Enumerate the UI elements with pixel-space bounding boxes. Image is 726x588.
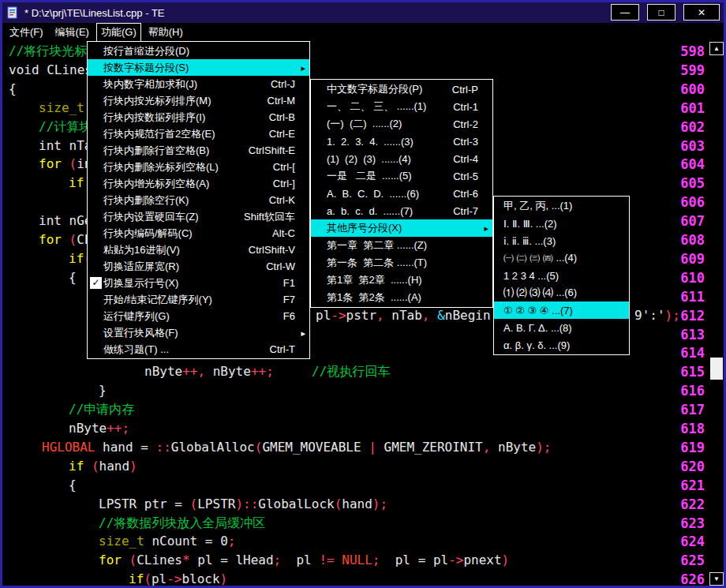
line-number: 626	[642, 570, 705, 586]
menu-item-label: 按行首缩进分段(D)	[103, 44, 189, 58]
scroll-up-icon[interactable]: ▲	[709, 42, 724, 55]
code-token: (	[69, 232, 77, 247]
number-title-submenu-item-9[interactable]: 第一章 第二章 ......(Z)	[311, 237, 492, 254]
scrollbar-thumb[interactable]	[710, 358, 723, 380]
scroll-down-icon[interactable]: ▼	[709, 572, 724, 586]
code-token: (	[190, 496, 198, 511]
code-token: {	[9, 81, 17, 96]
code-token: ->	[167, 571, 182, 586]
number-title-submenu-item-7[interactable]: a. b. c. d. ......(7)Ctrl-7	[311, 202, 492, 219]
menu-item-label: 切换显示行号(X)	[103, 276, 178, 290]
menu-item-shortcut: F1	[283, 277, 295, 289]
code-line-612: pl->pstr, nTab, &nBegin, &	[316, 306, 513, 325]
code-token: (	[69, 156, 77, 171]
function-menu-item-17[interactable]: 设置行块风格(F)▸	[88, 324, 309, 341]
function-menu-item-12[interactable]: 粘贴为16进制(V)CtrlShift-V	[88, 242, 309, 258]
code-token: //将行块光标	[9, 43, 87, 58]
menu-item-label: 第一条 第二条 ......(T)	[327, 256, 427, 270]
other-serial-submenu-item-7[interactable]: Α. Β. Γ. Δ. ...(8)	[494, 319, 629, 336]
other-serial-submenu-item-1[interactable]: Ⅰ. Ⅱ. Ⅲ. ...(2)	[494, 215, 629, 232]
function-menu-item-0[interactable]: 按行首缩进分段(D)	[88, 43, 309, 59]
function-menu-item-13[interactable]: 切换适应屏宽(R)Ctrl-W	[88, 258, 309, 275]
close-button[interactable]: ✕	[683, 4, 720, 21]
function-menu-item-6[interactable]: 行块内删除行首空格(B)CtrlShift-E	[88, 142, 309, 159]
code-token: ->	[448, 552, 463, 567]
number-title-submenu-item-12[interactable]: 第1条 第2条 ......(A)	[311, 289, 492, 306]
code-token: ,	[422, 308, 437, 323]
scrollbar[interactable]: ▲ ▼	[709, 42, 724, 586]
number-title-submenu-item-11[interactable]: 第1章 第2章 ......(H)	[311, 272, 492, 289]
other-serial-submenu-item-2[interactable]: ⅰ. ⅱ. ⅲ. ...(3)	[494, 232, 629, 249]
code-token: )	[220, 571, 228, 586]
menu-item-label: 按数字标题分段(S)	[103, 61, 189, 75]
code-line-620: if (hand)	[69, 457, 137, 476]
menu-item-shortcut: F7	[283, 294, 295, 305]
function-menu-item-3[interactable]: 行块内按光标列排序(M)Ctrl-M	[88, 92, 309, 109]
minimize-button[interactable]: —	[611, 4, 639, 21]
function-menu-item-5[interactable]: 行块内规范行首2空格(E)Ctrl-E	[88, 125, 309, 142]
code-line-616: }	[99, 381, 107, 400]
other-serial-submenu-item-3[interactable]: ㈠ ㈡ ㈢ ㈣ ...(4)	[494, 249, 629, 267]
menubar-item-edit[interactable]: 编辑(E)	[51, 23, 94, 42]
number-title-submenu-item-4[interactable]: (1) (2) (3) ......(4)Ctrl-4	[311, 150, 492, 167]
function-menu-item-15[interactable]: 开始/结束记忆键序列(Y)F7	[88, 291, 309, 308]
number-title-submenu-item-8[interactable]: 其他序号分段(X)▸	[311, 219, 492, 237]
menubar-item-file[interactable]: 文件(F)	[5, 23, 48, 42]
code-token: nTab	[391, 308, 422, 323]
menu-item-label: 行块内增光标列空格(A)	[103, 177, 209, 191]
line-number: 604	[642, 155, 705, 174]
function-menu-item-8[interactable]: 行块内增光标列空格(A)Ctrl-]	[88, 175, 309, 192]
other-serial-submenu-item-8[interactable]: α. β. γ. δ. ...(9)	[494, 336, 629, 354]
code-line-602: //计算块	[39, 118, 92, 137]
line-number: 614	[642, 343, 705, 362]
code-token: pl	[296, 552, 319, 567]
code-token: ->	[331, 308, 346, 323]
code-line-624: size_t nCount = 0;	[99, 532, 235, 551]
number-title-submenu-item-6[interactable]: A. B. C. D. ......(6)Ctrl-6	[311, 185, 492, 202]
code-token: nBegin	[445, 308, 491, 323]
number-title-submenu-item-2[interactable]: (一) (二) ......(2)Ctrl-2	[311, 115, 492, 133]
code-token: (	[129, 552, 137, 567]
menubar-item-help[interactable]: 帮助(H)	[144, 23, 188, 42]
code-line-610: {	[69, 268, 77, 287]
function-menu-item-1[interactable]: 按数字标题分段(S)▸	[88, 59, 309, 76]
function-menu-item-4[interactable]: 行块内按数据列排序(I)Ctrl-B	[88, 109, 309, 125]
other-serial-submenu-item-6[interactable]: ① ② ③ ④ ...(7)	[494, 301, 629, 319]
function-menu-item-7[interactable]: 行块内删除光标列空格(L)Ctrl-[	[88, 159, 309, 175]
function-menu-item-10[interactable]: 行块内设置硬回车(Z)Shift软回车	[88, 208, 309, 225]
code-token: );	[372, 496, 387, 511]
menu-item-label: 行块内设置硬回车(Z)	[103, 210, 199, 224]
menu-item-shortcut: Ctrl-W	[266, 260, 295, 272]
maximize-button[interactable]: □	[647, 4, 675, 21]
menu-item-shortcut: Ctrl-[	[273, 161, 295, 173]
other-serial-submenu-item-5[interactable]: ⑴ ⑵ ⑶ ⑷ ...(6)	[494, 284, 629, 301]
other-serial-submenu-item-4[interactable]: 1 2 3 4 ...(5)	[494, 267, 629, 284]
function-menu-item-16[interactable]: 运行键序列(G)F6	[88, 308, 309, 324]
code-token: for	[39, 156, 69, 171]
function-menu-item-2[interactable]: 块内数字相加求和(J)Ctrl-J	[88, 76, 309, 92]
line-number: 602	[642, 118, 705, 137]
menu-item-label: ① ② ③ ④ ...(7)	[503, 305, 573, 316]
function-menu-item-14[interactable]: 切换显示行号(X)F1✓	[88, 275, 309, 291]
code-token: ;	[274, 552, 297, 567]
menu-item-shortcut: Ctrl-6	[453, 188, 478, 200]
menu-item-label: 做练习题(T) ...	[103, 343, 169, 357]
menu-item-shortcut: Ctrl-E	[269, 128, 295, 140]
number-title-submenu-item-5[interactable]: 一是 二是 ......(5)Ctrl-5	[311, 167, 492, 185]
code-token: for	[99, 552, 129, 567]
menu-item-shortcut: Ctrl-7	[453, 205, 478, 217]
function-menu-item-18[interactable]: 做练习题(T) ...Ctrl-T	[88, 341, 309, 358]
number-title-submenu-item-10[interactable]: 第一条 第二条 ......(T)	[311, 254, 492, 272]
menubar-item-function[interactable]: 功能(G)	[96, 23, 141, 42]
function-menu-item-11[interactable]: 行块内编码/解码(C)Alt-C	[88, 225, 309, 242]
menu-item-label: ㈠ ㈡ ㈢ ㈣ ...(4)	[503, 251, 577, 265]
menu-item-shortcut: Ctrl-K	[269, 194, 295, 206]
number-title-submenu-item-0[interactable]: 中文数字标题分段(P)Ctrl-P	[311, 81, 492, 98]
other-serial-submenu-item-0[interactable]: 甲, 乙, 丙, ...(1)	[494, 197, 629, 215]
line-number: 610	[642, 268, 705, 287]
function-menu-item-9[interactable]: 行块内删除空行(K)Ctrl-K	[88, 192, 309, 208]
number-title-submenu-item-1[interactable]: 一、 二、 三、 ......(1)Ctrl-1	[311, 98, 492, 115]
number-title-submenu-item-3[interactable]: 1. 2. 3. 4. ......(3)Ctrl-3	[311, 133, 492, 150]
line-number: 609	[642, 249, 705, 268]
check-icon: ✓	[90, 277, 102, 289]
